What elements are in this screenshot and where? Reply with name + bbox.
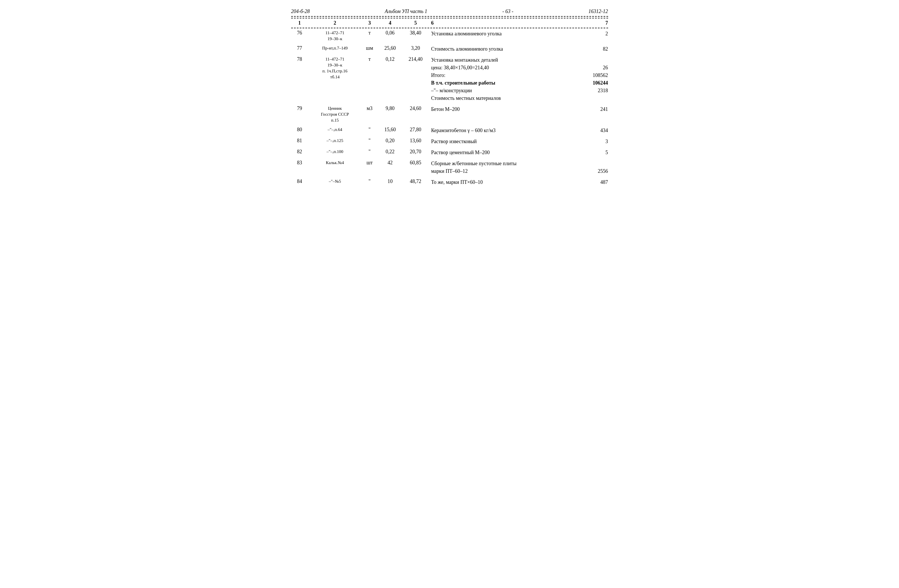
table-row: 83Кальк.№4шт4260,85Сборные ж/бетонные пу… bbox=[291, 158, 608, 177]
col-header-7: 7 bbox=[582, 20, 608, 26]
row-unit: м3 bbox=[362, 105, 377, 111]
col-header-6: 6 bbox=[428, 20, 582, 26]
main-table: 7611–472–71 19–30–кт0,0638,40Установка а… bbox=[291, 28, 608, 188]
description-text: Керамзитобетон γ – 600 кг/м3 bbox=[431, 127, 496, 134]
description-text: Стоимость алюминиевого уголка bbox=[431, 45, 503, 53]
col-header-1: 1 bbox=[291, 20, 308, 26]
row-description: Стоимость алюминиевого уголка82 bbox=[428, 45, 608, 53]
row-description: Сборные ж/бетонные пустотные плитымарки … bbox=[428, 160, 608, 175]
row-unit: шм bbox=[362, 45, 377, 51]
row-id: 81 bbox=[291, 138, 308, 144]
row-price: 60,85 bbox=[403, 160, 428, 166]
row-description: Керамзитобетон γ – 600 кг/м3434 bbox=[428, 127, 608, 134]
row-price: 13,60 bbox=[403, 138, 428, 144]
description-text: марки ПТ–60–12 bbox=[431, 167, 468, 175]
row-description: Раствор цементный М–2005 bbox=[428, 149, 608, 156]
description-line: Раствор цементный М–2005 bbox=[431, 149, 608, 156]
description-text: Раствор цементный М–200 bbox=[431, 149, 490, 156]
row-unit: т bbox=[362, 30, 377, 36]
description-line: –"– м/конструкции2318 bbox=[431, 87, 608, 94]
table-row: 80–"–,п.64"15,6027,80Керамзитобетон γ – … bbox=[291, 125, 608, 136]
row-description: Установка монтажных деталейцена: 38,40×1… bbox=[428, 56, 608, 102]
description-line: Стоимость местных материалов bbox=[431, 94, 608, 102]
row-ref: Кальк.№4 bbox=[308, 160, 362, 166]
row-unit: шт bbox=[362, 160, 377, 166]
row-price: 24,60 bbox=[403, 105, 428, 111]
description-text: То же, марки ПТ×60–10 bbox=[431, 179, 483, 186]
row-unit: " bbox=[362, 138, 377, 144]
row-value: 2 bbox=[582, 30, 608, 38]
description-line: цена: 38,40×176,00=214,4026 bbox=[431, 64, 608, 71]
row-ref: Пр-нт,п.7–149 bbox=[308, 45, 362, 51]
description-line: Раствор известковый3 bbox=[431, 138, 608, 145]
row-value: 5 bbox=[582, 149, 608, 156]
row-unit: " bbox=[362, 149, 377, 155]
header-left: 204-б-28 bbox=[291, 8, 310, 14]
table-row: 82–"–,п.100"0,2220,70Раствор цементный М… bbox=[291, 147, 608, 158]
row-ref: –"–,п.125 bbox=[308, 138, 362, 144]
table-row: 77Пр-нт,п.7–149шм25,603,20Стоимость алюм… bbox=[291, 43, 608, 55]
description-line: Установка алюминиевого уголка2 bbox=[431, 30, 608, 38]
row-qty: 10 bbox=[377, 179, 403, 184]
row-value: 434 bbox=[582, 127, 608, 134]
col-header-4: 4 bbox=[377, 20, 403, 26]
row-qty: 0,12 bbox=[377, 56, 403, 62]
description-text: Сборные ж/бетонные пустотные плиты bbox=[431, 160, 517, 167]
row-id: 80 bbox=[291, 127, 308, 133]
description-text: –"– м/конструкции bbox=[431, 87, 472, 94]
description-text: Установка монтажных деталей bbox=[431, 56, 498, 64]
description-text: цена: 38,40×176,00=214,40 bbox=[431, 64, 489, 71]
row-qty: 15,60 bbox=[377, 127, 403, 133]
row-id: 78 bbox=[291, 56, 308, 62]
table-row: 79Ценник Госстроя СССР п.15м39,8024,60Бе… bbox=[291, 104, 608, 125]
row-value: 487 bbox=[582, 179, 608, 186]
row-ref: 11–472–71 19–30–к п. 1ч.П,стр.16 тб.14 bbox=[308, 56, 362, 80]
top-divider bbox=[291, 16, 608, 17]
row-value: 82 bbox=[582, 45, 608, 53]
row-value: 241 bbox=[582, 105, 608, 113]
description-line: Установка монтажных деталей bbox=[431, 56, 608, 64]
row-id: 76 bbox=[291, 30, 308, 36]
row-qty: 25,60 bbox=[377, 45, 403, 51]
row-ref: –"–,п.64 bbox=[308, 127, 362, 133]
description-text: Стоимость местных материалов bbox=[431, 94, 501, 102]
description-line: То же, марки ПТ×60–10487 bbox=[431, 179, 608, 186]
row-id: 79 bbox=[291, 105, 308, 111]
description-line: Сборные ж/бетонные пустотные плиты bbox=[431, 160, 608, 167]
row-description: Бетон М–200241 bbox=[428, 105, 608, 113]
row-value: 2556 bbox=[582, 167, 608, 175]
row-price: 3,20 bbox=[403, 45, 428, 51]
description-line: Бетон М–200241 bbox=[431, 105, 608, 113]
description-line: Керамзитобетон γ – 600 кг/м3434 bbox=[431, 127, 608, 134]
description-line: марки ПТ–60–122556 bbox=[431, 167, 608, 175]
row-value: 3 bbox=[582, 138, 608, 145]
row-unit: " bbox=[362, 179, 377, 184]
row-ref: –"–№5 bbox=[308, 179, 362, 184]
description-line: Стоимость алюминиевого уголка82 bbox=[431, 45, 608, 53]
row-description: То же, марки ПТ×60–10487 bbox=[428, 179, 608, 186]
row-price: 214,40 bbox=[403, 56, 428, 62]
column-headers: 1 2 3 4 5 6 7 bbox=[291, 18, 608, 28]
description-text: Раствор известковый bbox=[431, 138, 477, 145]
table-row: 81–"–,п.125"0,2013,60Раствор известковый… bbox=[291, 136, 608, 147]
row-qty: 0,06 bbox=[377, 30, 403, 36]
row-description: Установка алюминиевого уголка2 bbox=[428, 30, 608, 38]
row-value: 26 bbox=[582, 64, 608, 71]
col-header-3: 3 bbox=[362, 20, 377, 26]
row-qty: 42 bbox=[377, 160, 403, 166]
row-unit: " bbox=[362, 127, 377, 133]
row-value: 2318 bbox=[582, 87, 608, 94]
row-price: 27,80 bbox=[403, 127, 428, 133]
description-line: Итого:108562 bbox=[431, 71, 608, 79]
page-header: 204-б-28 Альбом УП часть 1 - 63 - 16312-… bbox=[291, 8, 608, 14]
row-unit: т bbox=[362, 56, 377, 62]
table-row: 7811–472–71 19–30–к п. 1ч.П,стр.16 тб.14… bbox=[291, 55, 608, 104]
row-price: 48,72 bbox=[403, 179, 428, 184]
description-text: Итого: bbox=[431, 71, 446, 79]
header-right: 16312-12 bbox=[588, 8, 608, 14]
col-header-2: 2 bbox=[308, 20, 362, 26]
col-header-5: 5 bbox=[403, 20, 428, 26]
row-qty: 0,20 bbox=[377, 138, 403, 144]
header-middle: - 63 - bbox=[502, 8, 513, 14]
description-text: Бетон М–200 bbox=[431, 105, 460, 113]
